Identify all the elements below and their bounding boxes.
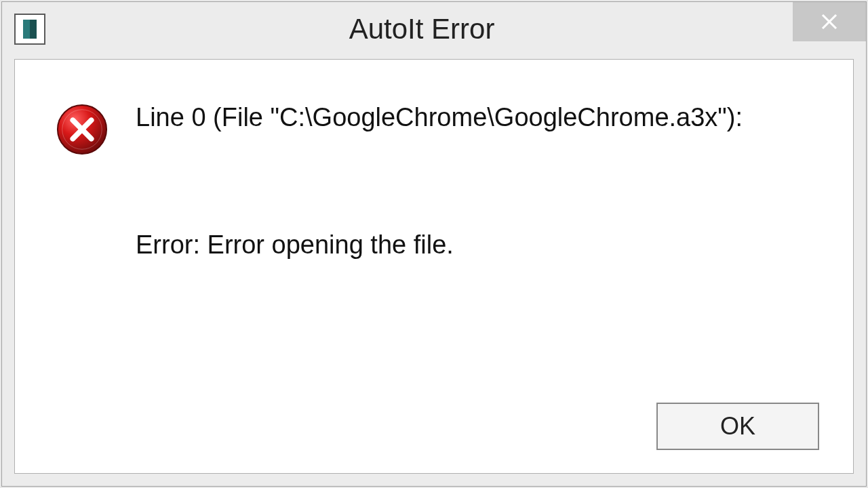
error-icon: [56, 103, 108, 156]
error-message-detail: Error: Error opening the file.: [136, 230, 826, 260]
message-row: Line 0 (File "C:\GoogleChrome\GoogleChro…: [56, 100, 826, 156]
close-button[interactable]: [793, 2, 866, 41]
button-row: OK: [656, 403, 819, 450]
close-icon: [819, 12, 840, 32]
error-message-line1: Line 0 (File "C:\GoogleChrome\GoogleChro…: [136, 100, 826, 135]
dialog-title: AutoIt Error: [45, 13, 866, 45]
content-panel: Line 0 (File "C:\GoogleChrome\GoogleChro…: [14, 59, 854, 474]
titlebar: AutoIt Error: [2, 2, 866, 56]
error-dialog: AutoIt Error: [1, 1, 867, 487]
ok-button[interactable]: OK: [656, 403, 819, 450]
app-icon: [14, 14, 45, 45]
